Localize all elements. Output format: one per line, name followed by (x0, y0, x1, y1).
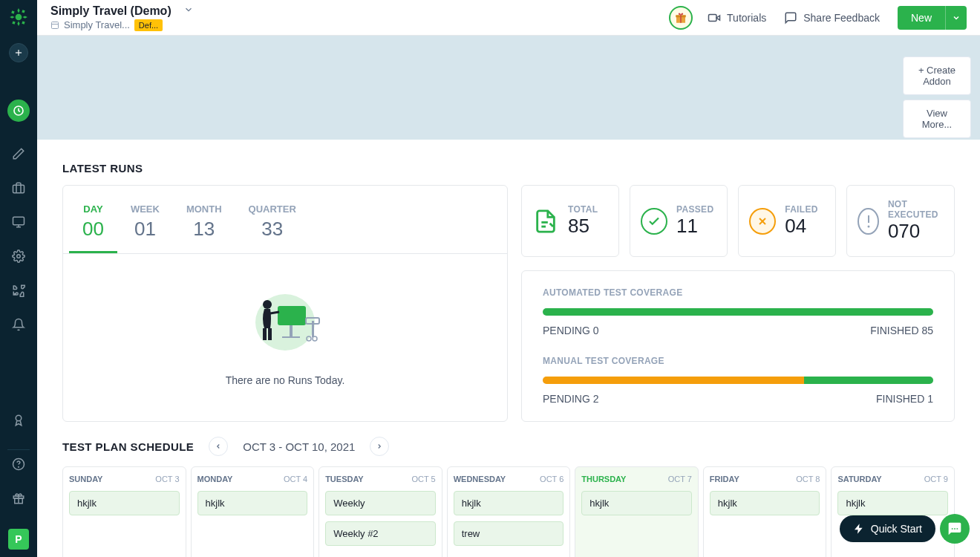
puzzle-icon (12, 284, 25, 297)
plus-icon (13, 48, 24, 58)
gift-badge[interactable] (669, 6, 693, 30)
nav-help[interactable] (9, 455, 28, 474)
feedback-link[interactable]: Share Feedback (784, 11, 880, 25)
create-addon-button[interactable]: + Create Addon (903, 56, 971, 95)
new-button-group: New (898, 6, 967, 30)
add-button[interactable] (9, 43, 28, 62)
svg-rect-15 (52, 22, 59, 28)
svg-point-8 (17, 255, 21, 258)
day-column: WEDNESDAYOCT 6hkjlktrew (447, 466, 571, 557)
new-dropdown[interactable] (945, 6, 967, 30)
gear-logo-icon (9, 7, 28, 27)
view-more-button[interactable]: View More... (903, 100, 971, 138)
finished-label: FINISHED 85 (870, 325, 933, 336)
award-icon (12, 414, 25, 427)
tutorials-label: Tutorials (727, 12, 766, 24)
day-column: SATURDAYOCT 9hkjlk (831, 466, 955, 557)
stat-total: TOTAL85 (521, 185, 619, 257)
day-name: FRIDAY (710, 475, 739, 483)
tab-quarter[interactable]: QUARTER33 (235, 198, 310, 253)
project-subtitle: Simply Travel... (64, 19, 130, 30)
svg-rect-31 (263, 328, 267, 340)
person-board-icon (241, 285, 330, 352)
app-icon (50, 21, 59, 30)
schedule-event[interactable]: Weekly (325, 491, 436, 515)
schedule-event[interactable]: hkjlk (454, 491, 564, 515)
stat-failed: FAILED04 (738, 185, 836, 257)
project-dropdown[interactable] (183, 4, 194, 17)
manual-bar (543, 377, 933, 384)
tab-week[interactable]: WEEK01 (117, 198, 173, 253)
cov-title: AUTOMATED TEST COVERAGE (543, 287, 933, 298)
chevron-down-icon (952, 13, 961, 22)
video-icon (708, 11, 721, 25)
svg-point-0 (16, 14, 22, 21)
default-badge: Def... (134, 19, 163, 31)
bell-icon (12, 318, 25, 331)
nav-suitcase[interactable] (9, 178, 28, 198)
schedule-event[interactable]: hkjlk (581, 491, 692, 515)
tab-day[interactable]: DAY00 (69, 198, 117, 253)
prev-week[interactable] (209, 437, 228, 456)
promo-panel: + Create Addon View More... (37, 36, 980, 140)
check-circle-icon (641, 208, 667, 235)
svg-rect-32 (268, 328, 272, 340)
chevron-down-icon (183, 4, 194, 15)
monitor-icon (12, 215, 25, 229)
schedule-event[interactable]: hkjlk (837, 491, 948, 515)
stat-label: NOT EXECUTED (888, 199, 944, 220)
project-title: Simply Travel (Demo) (50, 4, 172, 18)
nav-dashboard[interactable] (7, 100, 30, 122)
schedule-event[interactable]: hkjlk (197, 491, 308, 515)
date-range: OCT 3 - OCT 10, 2021 (243, 440, 355, 453)
svg-point-9 (16, 415, 22, 421)
manual-coverage: MANUAL TEST COVERAGE PENDING 2FINISHED 1 (543, 356, 933, 405)
latest-runs-row: DAY00WEEK01MONTH13QUARTER33 (62, 185, 955, 422)
nav-monitor[interactable] (9, 212, 28, 232)
runs-summary-col: TOTAL85 PASSED11 FAILED04 NOT EXECUTED07… (521, 185, 955, 422)
chevron-left-icon (215, 443, 222, 450)
pencil-icon (12, 147, 25, 160)
nav-settings[interactable] (9, 247, 28, 266)
schedule-event[interactable]: hkjlk (710, 491, 820, 515)
svg-point-39 (867, 225, 869, 227)
sidebar: P (0, 0, 37, 557)
content: LATEST RUNS DAY00WEEK01MONTH13QUARTER33 (37, 140, 980, 557)
day-name: TUESDAY (325, 475, 364, 483)
new-button[interactable]: New (898, 6, 945, 30)
day-name: WEDNESDAY (454, 475, 506, 483)
stat-value: 85 (568, 215, 598, 238)
quick-start-button[interactable]: Quick Start (840, 515, 935, 542)
dashboard-icon (13, 105, 24, 117)
svg-rect-20 (709, 14, 717, 21)
tab-value: 13 (186, 218, 222, 241)
main-area: Simply Travel (Demo) Simply Travel... De… (37, 0, 980, 557)
schedule-event[interactable]: trew (454, 521, 564, 546)
next-week[interactable] (370, 437, 389, 456)
schedule-event[interactable]: hkjlk (69, 491, 180, 515)
nav-gift[interactable] (9, 489, 28, 508)
schedule-event[interactable]: Weekly #2 (325, 521, 436, 546)
user-avatar[interactable]: P (8, 529, 29, 550)
nav-extension[interactable] (9, 281, 28, 300)
quick-start-label: Quick Start (871, 523, 922, 535)
tab-label: WEEK (131, 203, 160, 215)
chat-fab[interactable] (940, 514, 970, 544)
day-date: OCT 5 (412, 475, 436, 483)
tab-month[interactable]: MONTH13 (173, 198, 235, 253)
stat-value: 070 (888, 220, 944, 243)
day-column: FRIDAYOCT 8hkjlk (703, 466, 827, 557)
chat-icon (784, 11, 797, 25)
tutorials-link[interactable]: Tutorials (708, 11, 766, 25)
nav-badge[interactable] (9, 411, 28, 430)
svg-rect-5 (13, 217, 24, 225)
nav-notifications[interactable] (9, 315, 28, 334)
x-circle-icon (749, 208, 776, 235)
nav-design[interactable] (9, 144, 28, 163)
svg-rect-24 (290, 325, 293, 337)
sidebar-divider (7, 449, 30, 450)
pending-label: PENDING 0 (543, 325, 598, 336)
latest-runs-title: LATEST RUNS (62, 162, 955, 175)
tab-label: MONTH (186, 203, 222, 215)
gift-box-icon (674, 11, 687, 25)
